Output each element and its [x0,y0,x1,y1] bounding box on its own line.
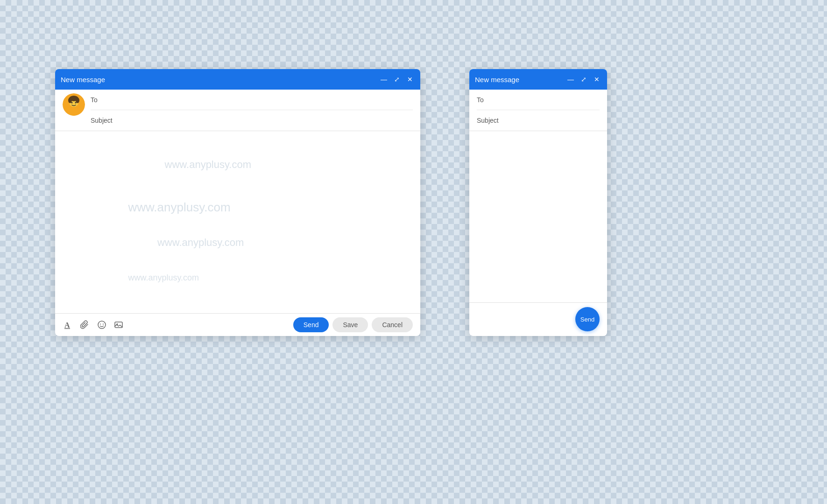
compose-fields-large: To Subject [91,90,413,131]
svg-point-7 [75,102,77,104]
svg-rect-13 [115,322,122,328]
window-title-large: New message [61,76,105,84]
image-icon[interactable] [113,319,124,330]
toolbar-icons-large: A [63,319,124,330]
to-field-small: To [477,90,600,110]
message-textarea-small[interactable] [469,131,607,302]
toolbar-actions-large: Send Save Cancel [293,317,413,332]
subject-label-large: Subject [91,117,113,124]
compose-window-large: New message — ⤢ ✕ [55,69,420,336]
svg-point-1 [67,106,80,116]
maximize-button-large[interactable]: ⤢ [392,75,402,84]
subject-field-large: Subject [91,110,413,131]
compose-header-small: To Subject [469,90,607,131]
compose-body-large: To Subject www.anyplusy.com www.anyplusy… [55,90,420,336]
message-textarea-large[interactable] [55,131,420,313]
svg-point-6 [71,102,73,104]
font-icon[interactable]: A [63,319,74,330]
subject-input-large[interactable] [116,117,413,124]
svg-point-10 [98,321,106,329]
to-input-large[interactable] [104,96,413,104]
subject-label-small: Subject [477,117,499,124]
title-bar-large: New message — ⤢ ✕ [55,69,420,90]
to-label-large: To [91,96,100,104]
svg-point-12 [103,324,104,325]
avatar [63,93,85,116]
emoji-icon[interactable] [96,319,107,330]
subject-field-small: Subject [477,110,600,131]
send-fab-small[interactable]: Send [575,307,600,331]
toolbar-large: A [55,313,420,336]
title-bar-controls-large: — ⤢ ✕ [379,75,415,84]
minimize-button-large[interactable]: — [379,75,389,84]
send-button-large[interactable]: Send [293,317,329,332]
title-bar-small: New message — ⤢ ✕ [469,69,607,90]
message-area-small[interactable] [469,131,607,302]
maximize-button-small[interactable]: ⤢ [579,75,588,84]
compose-body-small: To Subject Send [469,90,607,336]
compose-header-large: To Subject [55,90,420,131]
cancel-button-large[interactable]: Cancel [372,317,413,332]
small-footer: Send [469,302,607,336]
minimize-button-small[interactable]: — [566,75,575,84]
close-button-large[interactable]: ✕ [405,75,415,84]
window-title-small: New message [475,76,519,84]
to-field-large: To [91,90,413,110]
to-input-small[interactable] [490,96,600,104]
subject-input-small[interactable] [502,117,600,124]
to-label-small: To [477,96,486,104]
compose-window-small: New message — ⤢ ✕ To Subject [469,69,607,336]
svg-text:A: A [64,321,70,329]
close-button-small[interactable]: ✕ [592,75,601,84]
svg-point-11 [100,324,101,325]
title-bar-controls-small: — ⤢ ✕ [566,75,601,84]
message-area-large[interactable]: www.anyplusy.com www.anyplusy.com www.an… [55,131,420,313]
attach-icon[interactable] [79,319,91,330]
save-button-large[interactable]: Save [332,317,368,332]
